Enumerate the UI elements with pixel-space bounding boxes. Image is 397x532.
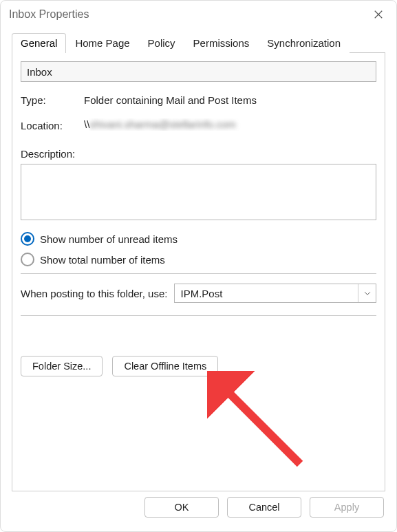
folder-name-input[interactable] <box>21 61 376 82</box>
posting-type-value: IPM.Post <box>180 288 222 299</box>
clear-offline-button[interactable]: Clear Offline Items <box>112 356 218 376</box>
folder-size-button[interactable]: Folder Size... <box>21 356 103 376</box>
tab-label: Permissions <box>193 37 250 49</box>
divider <box>21 273 376 274</box>
apply-button[interactable]: Apply <box>310 497 384 518</box>
tab-bar: General Home Page Policy Permissions Syn… <box>12 31 385 53</box>
tab-policy[interactable]: Policy <box>139 33 184 53</box>
tab-label: Home Page <box>75 37 129 49</box>
posting-label: When posting to this folder, use: <box>21 288 167 299</box>
tab-synchronization[interactable]: Synchronization <box>258 33 350 53</box>
tab-permissions[interactable]: Permissions <box>184 33 259 53</box>
close-icon <box>374 10 383 19</box>
divider <box>21 315 376 316</box>
titlebar: Inbox Properties <box>1 1 396 28</box>
location-value: \\shivani.sharma@stellarinfo.com <box>84 118 376 133</box>
radio-icon <box>21 253 34 266</box>
radio-unread-items[interactable]: Show number of unread items <box>21 232 376 246</box>
window-title: Inbox Properties <box>9 8 89 21</box>
tab-label: Synchronization <box>267 37 341 49</box>
inbox-properties-dialog: Inbox Properties General Home Page Polic… <box>0 0 397 532</box>
description-input[interactable] <box>21 164 376 220</box>
location-redacted: shivani.sharma@stellarinfo.com <box>89 118 241 133</box>
radio-label: Show total number of items <box>40 254 165 266</box>
ok-button[interactable]: OK <box>144 497 219 518</box>
tab-home-page[interactable]: Home Page <box>66 33 138 53</box>
radio-label: Show number of unread items <box>40 233 178 245</box>
radio-total-items[interactable]: Show total number of items <box>21 253 376 266</box>
svg-text:shivani.sharma@stellarinfo.com: shivani.sharma@stellarinfo.com <box>89 118 236 130</box>
cancel-button[interactable]: Cancel <box>227 497 301 518</box>
tab-label: Policy <box>148 37 175 49</box>
description-label: Description: <box>21 148 376 160</box>
location-label: Location: <box>21 120 84 131</box>
general-panel: Type: Folder containing Mail and Post It… <box>12 53 385 491</box>
chevron-down-icon <box>358 284 376 302</box>
tab-general[interactable]: General <box>12 33 66 53</box>
type-value: Folder containing Mail and Post Items <box>84 94 376 106</box>
tab-label: General <box>21 37 57 49</box>
close-button[interactable] <box>366 5 391 24</box>
location-prefix: \\ <box>84 118 89 130</box>
radio-icon <box>21 232 34 246</box>
type-label: Type: <box>21 94 84 106</box>
dialog-footer: OK Cancel Apply <box>1 491 396 531</box>
display-count-radio-group: Show number of unread items Show total n… <box>21 232 376 266</box>
posting-type-select[interactable]: IPM.Post <box>174 284 376 303</box>
